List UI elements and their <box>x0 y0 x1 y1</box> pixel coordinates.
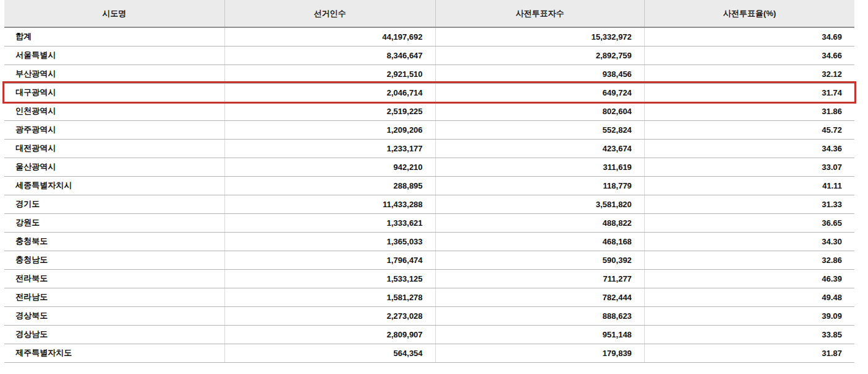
cell-early-voting-rate: 33.07 <box>644 158 854 176</box>
cell-early-voters: 423,674 <box>435 139 644 158</box>
cell-electors: 2,046,714 <box>224 83 435 102</box>
table-row[interactable]: 강원도 1,333,621 488,822 36.65 <box>4 213 854 232</box>
table-row[interactable]: 합계 44,197,692 15,332,972 34.69 <box>4 27 854 46</box>
column-header-region: 시도명 <box>4 0 224 27</box>
cell-electors: 288,895 <box>224 176 435 195</box>
cell-early-voting-rate: 45.72 <box>644 120 854 139</box>
cell-electors: 1,365,033 <box>224 232 435 251</box>
table-row[interactable]: 충청남도 1,796,474 590,392 32.86 <box>4 251 854 269</box>
cell-electors: 2,273,028 <box>224 306 435 325</box>
cell-early-voting-rate: 34.69 <box>644 27 854 46</box>
cell-electors: 2,921,510 <box>224 65 435 83</box>
cell-early-voters: 888,623 <box>435 306 644 325</box>
table-row[interactable]: 대전광역시 1,233,177 423,674 34.36 <box>4 139 854 158</box>
cell-electors: 2,809,907 <box>224 325 435 344</box>
cell-early-voting-rate: 49.48 <box>644 288 854 306</box>
cell-region-name: 대구광역시 <box>4 83 224 102</box>
column-header-early-voters: 사전투표자수 <box>435 0 644 27</box>
cell-early-voting-rate: 41.11 <box>644 176 854 195</box>
cell-electors: 44,197,692 <box>224 27 435 46</box>
cell-early-voting-rate: 31.33 <box>644 195 854 213</box>
table-row[interactable]: 인천광역시 2,519,225 802,604 31.86 <box>4 102 854 120</box>
column-header-electors: 선거인수 <box>224 0 435 27</box>
cell-region-name: 인천광역시 <box>4 102 224 120</box>
cell-electors: 1,533,125 <box>224 269 435 288</box>
table-row[interactable]: 전라북도 1,533,125 711,277 46.39 <box>4 269 854 288</box>
table-row[interactable]: 전라남도 1,581,278 782,444 49.48 <box>4 288 854 306</box>
cell-region-name: 부산광역시 <box>4 65 224 83</box>
cell-early-voting-rate: 34.66 <box>644 46 854 65</box>
cell-early-voters: 488,822 <box>435 213 644 232</box>
header-row: 시도명 선거인수 사전투표자수 사전투표율(%) <box>4 0 854 27</box>
cell-early-voters: 802,604 <box>435 102 644 120</box>
cell-early-voting-rate: 33.85 <box>644 325 854 344</box>
table-row[interactable]: 부산광역시 2,921,510 938,456 32.12 <box>4 65 854 83</box>
table-row[interactable]: 경상남도 2,809,907 951,148 33.85 <box>4 325 854 344</box>
cell-region-name: 서울특별시 <box>4 46 224 65</box>
cell-electors: 942,210 <box>224 158 435 176</box>
cell-early-voters: 938,456 <box>435 65 644 83</box>
cell-early-voters: 590,392 <box>435 251 644 269</box>
table-row[interactable]: 제주특별자치도 564,354 179,839 31.87 <box>4 344 854 362</box>
table-row[interactable]: 울산광역시 942,210 311,619 33.07 <box>4 158 854 176</box>
cell-early-voters: 782,444 <box>435 288 644 306</box>
cell-early-voters: 179,839 <box>435 344 644 362</box>
cell-region-name: 합계 <box>4 27 224 46</box>
cell-early-voting-rate: 39.09 <box>644 306 854 325</box>
cell-region-name: 대전광역시 <box>4 139 224 158</box>
cell-region-name: 전라남도 <box>4 288 224 306</box>
table-row[interactable]: 경상북도 2,273,028 888,623 39.09 <box>4 306 854 325</box>
early-voting-stats-page: 시도명 선거인수 사전투표자수 사전투표율(%) 합계 44,197,692 1… <box>0 0 868 374</box>
cell-electors: 1,233,177 <box>224 139 435 158</box>
table-row[interactable]: 충청북도 1,365,033 468,168 34.30 <box>4 232 854 251</box>
cell-early-voting-rate: 31.86 <box>644 102 854 120</box>
cell-early-voters: 951,148 <box>435 325 644 344</box>
cell-early-voters: 468,168 <box>435 232 644 251</box>
cell-electors: 1,333,621 <box>224 213 435 232</box>
cell-early-voters: 649,724 <box>435 83 644 102</box>
cell-early-voting-rate: 31.87 <box>644 344 854 362</box>
table-row[interactable]: 서울특별시 8,346,647 2,892,759 34.66 <box>4 46 854 65</box>
cell-electors: 564,354 <box>224 344 435 362</box>
cell-early-voting-rate: 34.30 <box>644 232 854 251</box>
cell-region-name: 경기도 <box>4 195 224 213</box>
cell-early-voters: 2,892,759 <box>435 46 644 65</box>
cell-early-voters: 118,779 <box>435 176 644 195</box>
cell-electors: 11,433,288 <box>224 195 435 213</box>
cell-region-name: 제주특별자치도 <box>4 344 224 362</box>
cell-region-name: 전라북도 <box>4 269 224 288</box>
cell-region-name: 경상남도 <box>4 325 224 344</box>
cell-region-name: 경상북도 <box>4 306 224 325</box>
column-header-early-voting-rate: 사전투표율(%) <box>644 0 854 27</box>
cell-early-voting-rate: 32.12 <box>644 65 854 83</box>
table-row[interactable]: 경기도 11,433,288 3,581,820 31.33 <box>4 195 854 213</box>
cell-region-name: 세종특별자치시 <box>4 176 224 195</box>
table-row[interactable]: 광주광역시 1,209,206 552,824 45.72 <box>4 120 854 139</box>
cell-electors: 1,209,206 <box>224 120 435 139</box>
cell-region-name: 충청북도 <box>4 232 224 251</box>
cell-electors: 8,346,647 <box>224 46 435 65</box>
cell-early-voting-rate: 36.65 <box>644 213 854 232</box>
cell-electors: 2,519,225 <box>224 102 435 120</box>
cell-early-voters: 552,824 <box>435 120 644 139</box>
cell-electors: 1,796,474 <box>224 251 435 269</box>
cell-early-voters: 15,332,972 <box>435 27 644 46</box>
early-voting-table: 시도명 선거인수 사전투표자수 사전투표율(%) 합계 44,197,692 1… <box>4 0 854 363</box>
cell-early-voting-rate: 31.74 <box>644 83 854 102</box>
table-row-highlighted[interactable]: 대구광역시 2,046,714 649,724 31.74 <box>4 83 854 102</box>
cell-electors: 1,581,278 <box>224 288 435 306</box>
cell-region-name: 충청남도 <box>4 251 224 269</box>
cell-early-voting-rate: 34.36 <box>644 139 854 158</box>
cell-early-voters: 711,277 <box>435 269 644 288</box>
cell-early-voters: 3,581,820 <box>435 195 644 213</box>
cell-early-voting-rate: 46.39 <box>644 269 854 288</box>
cell-region-name: 울산광역시 <box>4 158 224 176</box>
cell-early-voting-rate: 32.86 <box>644 251 854 269</box>
cell-early-voters: 311,619 <box>435 158 644 176</box>
cell-region-name: 광주광역시 <box>4 120 224 139</box>
table-row[interactable]: 세종특별자치시 288,895 118,779 41.11 <box>4 176 854 195</box>
cell-region-name: 강원도 <box>4 213 224 232</box>
